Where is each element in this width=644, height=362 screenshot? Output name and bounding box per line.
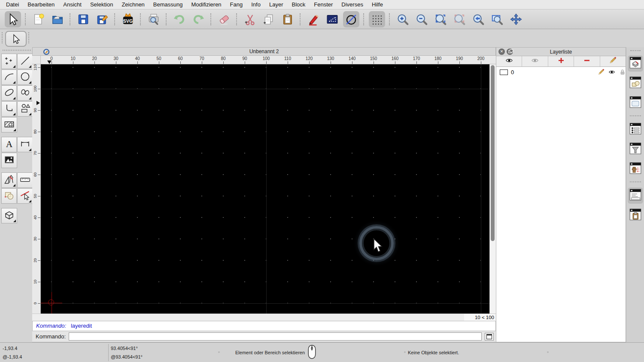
circle-tool[interactable] (17, 69, 33, 85)
toolbar-separator (389, 13, 391, 25)
float-panel-button[interactable] (507, 48, 513, 55)
saveas-icon (96, 13, 109, 26)
svg-export-button[interactable]: SVG (120, 11, 136, 27)
h-ruler-label: 10 (70, 56, 75, 61)
grid-toggle-button[interactable] (369, 11, 385, 27)
edit-drawing-button[interactable] (305, 11, 322, 27)
dock-lighting[interactable] (628, 161, 643, 177)
misc-draw-tools[interactable] (1, 172, 17, 188)
menu-fenster[interactable]: Fenster (310, 1, 337, 8)
points-tool[interactable] (1, 54, 17, 69)
redo-button[interactable] (190, 11, 207, 27)
drawing-canvas[interactable] (41, 64, 489, 314)
v-scroll-thumb[interactable] (491, 65, 495, 241)
menu-block[interactable]: Block (287, 1, 310, 8)
show-all-layers-button[interactable] (496, 56, 522, 66)
print-preview-button[interactable] (146, 11, 162, 27)
open-file-button[interactable] (49, 11, 66, 27)
h-ruler-tick (374, 61, 374, 64)
close-panel-button[interactable]: ✕ (498, 48, 505, 55)
zoom-auto-button[interactable] (432, 11, 449, 27)
h-ruler-label: 160 (392, 56, 399, 61)
viewport-tool[interactable] (1, 208, 17, 223)
v-ruler-label: 90 (33, 103, 37, 118)
zoom-window-button[interactable] (489, 11, 505, 27)
delete-button[interactable] (216, 11, 232, 27)
menu-ansicht[interactable]: Ansicht (59, 1, 86, 8)
navyangle-icon (326, 13, 339, 26)
line-tool[interactable] (17, 54, 33, 69)
polyline-tool[interactable] (1, 101, 17, 117)
restrict-nothing-button[interactable] (343, 11, 359, 27)
cursor-icon (6, 13, 19, 26)
copy-button[interactable] (261, 11, 277, 27)
menu-zeichnen[interactable]: Zeichnen (117, 1, 149, 8)
menu-hilfe[interactable]: Hilfe (368, 1, 387, 8)
measure-angle-button[interactable] (324, 11, 340, 27)
text-tool[interactable]: A (1, 137, 17, 152)
undo-button[interactable] (171, 11, 188, 27)
measure-tool[interactable] (17, 172, 33, 188)
edit-layer-button[interactable] (600, 56, 626, 66)
pencil-icon[interactable] (594, 69, 601, 75)
modify-tools[interactable] (1, 188, 17, 204)
layer-row[interactable]: 0 (496, 67, 626, 77)
h-ruler-tick (52, 61, 52, 64)
hide-all-layers-button[interactable] (522, 56, 548, 66)
shape-tools[interactable] (17, 101, 33, 117)
dock-property-editor[interactable] (628, 121, 643, 138)
vertical-scrollbar[interactable] (489, 64, 496, 314)
h-ruler-tick (245, 61, 245, 64)
save-file-button[interactable] (75, 11, 91, 27)
dimension-tool[interactable] (17, 137, 33, 152)
lock-icon[interactable] (615, 69, 622, 75)
zoomwin-icon (491, 13, 504, 26)
remove-layer-button[interactable] (574, 56, 600, 66)
zoom-in-button[interactable] (395, 11, 411, 27)
dock-block-list[interactable] (628, 75, 643, 91)
ellipse-tool[interactable] (1, 85, 17, 101)
menu-modifizieren[interactable]: Modifizieren (187, 1, 226, 8)
zoom-previous-button[interactable] (470, 11, 486, 27)
toolbar-handle (28, 32, 30, 43)
menu-bearbeiten[interactable]: Bearbeiten (23, 1, 59, 8)
dock-command-line[interactable] (628, 187, 643, 204)
select-tool-button[interactable] (5, 11, 21, 27)
command-panel-toggle-button[interactable] (485, 333, 494, 341)
menu-datei[interactable]: Datei (2, 1, 23, 8)
document-title-bar[interactable]: Unbenannt 2 (32, 47, 496, 56)
command-input[interactable] (69, 332, 482, 341)
new-file-button[interactable] (30, 11, 47, 27)
selection-tool-button[interactable] (5, 31, 27, 47)
zoom-selection-button[interactable] (451, 11, 468, 27)
zoomsel-icon (453, 13, 466, 26)
dock-layer-list[interactable] (628, 55, 643, 72)
menu-bemassung[interactable]: Bemassung (149, 1, 187, 8)
zoom-out-button[interactable] (413, 11, 430, 27)
arc-tool[interactable] (1, 69, 17, 85)
horizontal-scrollbar[interactable]: 10 < 100 (32, 314, 496, 321)
menu-layer[interactable]: Layer (265, 1, 288, 8)
menu-info[interactable]: Info (247, 1, 265, 8)
dock-clipboard[interactable] (628, 207, 643, 223)
dock-views[interactable] (628, 95, 643, 111)
layer-panel-header[interactable]: ✕ Layerliste (496, 48, 626, 56)
menu-fang[interactable]: Fang (226, 1, 247, 8)
save-file-as-button[interactable] (94, 11, 110, 27)
menu-diverses[interactable]: Diverses (337, 1, 368, 8)
dock-selection-filter[interactable] (628, 141, 643, 157)
v-ruler-tick (38, 89, 40, 89)
pan-button[interactable] (508, 11, 524, 27)
add-layer-button[interactable] (548, 56, 574, 66)
spline-tool[interactable] (17, 85, 33, 101)
cut-button[interactable] (242, 11, 258, 27)
modify-selection-tool[interactable] (17, 188, 33, 204)
v-ruler-label: 50 (33, 188, 37, 204)
image-tool[interactable] (1, 153, 17, 168)
command-history-label: Kommando: (36, 323, 66, 329)
paste-button[interactable] (279, 11, 296, 27)
hatch-tool[interactable] (1, 117, 17, 133)
menu-selektion[interactable]: Selektion (86, 1, 117, 8)
tool-palette: A (0, 50, 33, 224)
eye-icon[interactable] (605, 69, 611, 75)
